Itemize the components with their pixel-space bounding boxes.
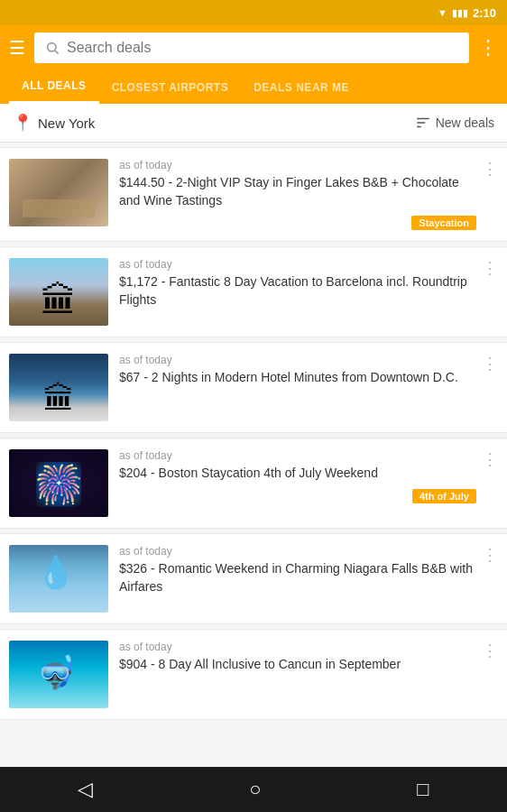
deal-image [9, 258, 108, 326]
deal-date: as of today [119, 449, 476, 462]
hamburger-icon[interactable]: ☰ [9, 37, 25, 59]
deal-more-icon[interactable]: ⋮ [476, 258, 498, 278]
deal-card[interactable]: as of today $904 - 8 Day All Inclusive t… [0, 629, 507, 720]
location-text: New York [38, 115, 95, 131]
deal-card[interactable]: as of today $144.50 - 2-Night VIP Stay i… [0, 147, 507, 242]
deal-content: as of today $204 - Boston Staycation 4th… [119, 449, 476, 503]
deal-date: as of today [119, 641, 476, 653]
tab-all-deals[interactable]: ALL DEALS [9, 70, 99, 104]
deal-image [9, 354, 108, 421]
location-bar: 📍 New York New deals [0, 104, 507, 143]
deal-card[interactable]: as of today $67 - 2 Nights in Modern Hot… [0, 342, 507, 433]
deal-date: as of today [119, 258, 476, 271]
search-input[interactable] [67, 40, 458, 56]
deal-badge: 4th of July [412, 489, 476, 503]
wifi-icon: ▼ [438, 7, 447, 18]
back-button[interactable]: ◁ [78, 778, 93, 801]
bottom-nav: ◁ ○ □ [0, 767, 507, 812]
deal-card[interactable]: as of today $204 - Boston Staycation 4th… [0, 438, 507, 529]
nav-tabs: ALL DEALS CLOSEST AIRPORTS DEALS NEAR ME [0, 70, 507, 104]
deal-image-placeholder [9, 641, 108, 708]
status-bar: ▼ ▮▮▮ 2:10 [0, 0, 507, 25]
deal-image [9, 545, 108, 613]
deal-image-placeholder [9, 354, 108, 421]
deal-image-placeholder [9, 258, 108, 326]
deal-title: $1,172 - Fantastic 8 Day Vacation to Bar… [119, 273, 476, 309]
search-icon [45, 41, 60, 55]
new-deals-button[interactable]: New deals [415, 115, 494, 131]
deal-date: as of today [119, 545, 476, 558]
deal-more-icon[interactable]: ⋮ [476, 641, 498, 660]
deal-more-icon[interactable]: ⋮ [476, 354, 498, 374]
location-pin-icon: 📍 [13, 113, 32, 133]
deal-card[interactable]: as of today $1,172 - Fantastic 8 Day Vac… [0, 246, 507, 337]
deal-badge: Staycation [411, 216, 476, 230]
deal-title: $144.50 - 2-Night VIP Stay in Finger Lak… [119, 174, 476, 209]
sort-icon [415, 115, 431, 131]
deal-title: $326 - Romantic Weekend in Charming Niag… [119, 560, 476, 595]
battery-icon: ▮▮▮ [452, 7, 468, 19]
tab-closest-airports[interactable]: CLOSEST AIRPORTS [99, 72, 242, 103]
home-button[interactable]: ○ [249, 778, 261, 801]
deal-more-icon[interactable]: ⋮ [476, 159, 498, 179]
deal-content: as of today $326 - Romantic Weekend in C… [119, 545, 476, 595]
deal-image [9, 449, 108, 517]
deal-image-placeholder [9, 545, 108, 613]
status-time: 2:10 [473, 6, 496, 20]
deal-card[interactable]: as of today $326 - Romantic Weekend in C… [0, 533, 507, 624]
deal-content: as of today $904 - 8 Day All Inclusive t… [119, 641, 476, 674]
deal-content: as of today $67 - 2 Nights in Modern Hot… [119, 354, 476, 387]
deal-content: as of today $1,172 - Fantastic 8 Day Vac… [119, 258, 476, 309]
svg-line-1 [55, 51, 59, 54]
deal-more-icon[interactable]: ⋮ [476, 449, 498, 469]
deal-content: as of today $144.50 - 2-Night VIP Stay i… [119, 159, 476, 230]
search-box[interactable] [34, 32, 469, 63]
deal-title: $904 - 8 Day All Inclusive to Cancun in … [119, 656, 476, 674]
new-deals-label: New deals [436, 115, 494, 130]
tab-deals-near-me[interactable]: DEALS NEAR ME [241, 72, 362, 103]
deals-list: as of today $144.50 - 2-Night VIP Stay i… [0, 143, 507, 760]
deal-title: $204 - Boston Staycation 4th of July Wee… [119, 465, 476, 483]
deal-image-placeholder [9, 159, 108, 226]
deal-image [9, 641, 108, 708]
more-icon[interactable]: ⋮ [478, 36, 498, 60]
recent-button[interactable]: □ [417, 778, 429, 801]
deal-image [9, 159, 108, 226]
svg-point-0 [48, 43, 56, 51]
deal-image-placeholder [9, 449, 108, 517]
deal-title: $67 - 2 Nights in Modern Hotel Minutes f… [119, 369, 476, 387]
location-left: 📍 New York [13, 113, 95, 133]
deal-date: as of today [119, 354, 476, 366]
deal-more-icon[interactable]: ⋮ [476, 545, 498, 565]
deal-date: as of today [119, 159, 476, 171]
status-icons: ▼ ▮▮▮ 2:10 [438, 6, 496, 20]
top-bar: ☰ ⋮ [0, 25, 507, 70]
